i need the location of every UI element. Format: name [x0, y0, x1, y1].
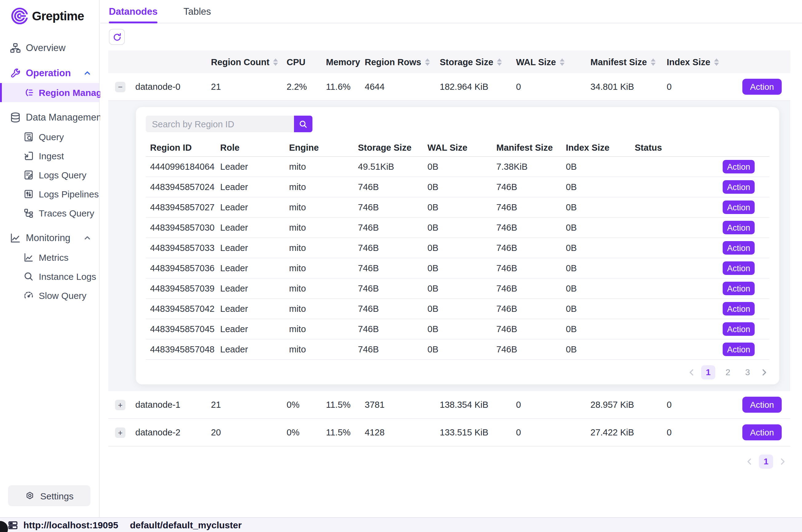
- sidebar-item-logs-query[interactable]: Logs Query: [0, 166, 99, 185]
- next-page-icon[interactable]: [779, 457, 787, 465]
- sort-icon[interactable]: [651, 58, 656, 65]
- expand-row-button[interactable]: +: [115, 399, 126, 410]
- cell-role: Leader: [220, 243, 289, 253]
- column-header: Memory: [326, 57, 360, 67]
- app: Greptime Overview: [0, 0, 802, 532]
- cell-storage-size: 746B: [358, 284, 427, 293]
- prev-page-icon[interactable]: [745, 457, 753, 465]
- sidebar-item-query[interactable]: Query: [0, 127, 99, 146]
- brand-logo[interactable]: Greptime: [0, 0, 99, 30]
- sidebar-item-monitoring[interactable]: Monitoring: [0, 228, 99, 248]
- action-button[interactable]: Action: [723, 343, 755, 356]
- cell-engine: mito: [289, 162, 358, 172]
- settings-button[interactable]: Settings: [8, 485, 90, 506]
- cell-manifest-size: 746B: [496, 324, 566, 334]
- sidebar-item-label: Overview: [26, 42, 65, 53]
- cell-engine: mito: [289, 284, 358, 293]
- region-search: [146, 116, 769, 132]
- cell-wal-size: 0B: [427, 284, 496, 293]
- cell-manifest-size: 28.957 KiB: [590, 400, 667, 410]
- collapse-row-button[interactable]: −: [115, 81, 126, 92]
- sort-icon[interactable]: [497, 58, 502, 65]
- cell-index-size: 0: [667, 400, 742, 410]
- cell-index-size: 0B: [566, 223, 635, 232]
- datanode-name: datanode-0: [135, 82, 211, 92]
- ingest-arrow-icon: [23, 151, 34, 161]
- action-button[interactable]: Action: [723, 180, 755, 194]
- region-pagination: 123: [146, 360, 769, 384]
- sidebar-item-region-management[interactable]: Region Management: [0, 83, 99, 102]
- cell-region-id: 4483945857042: [146, 304, 220, 314]
- page-number[interactable]: 2: [721, 365, 735, 379]
- sort-icon[interactable]: [714, 58, 719, 65]
- cell-region-count: 21: [211, 400, 287, 410]
- sidebar-item-label: Monitoring: [26, 232, 71, 243]
- column-header: Status: [635, 142, 704, 152]
- action-button[interactable]: Action: [723, 282, 755, 295]
- tab-tables[interactable]: Tables: [184, 0, 211, 23]
- cell-index-size: 0B: [566, 243, 635, 253]
- refresh-button[interactable]: [109, 29, 125, 45]
- search-icon: [299, 120, 307, 128]
- speedometer-icon: [23, 290, 34, 301]
- sidebar-item-slow-query[interactable]: Slow Query: [0, 286, 99, 305]
- page-number[interactable]: 1: [701, 365, 715, 379]
- sidebar-item-instance-logs[interactable]: Instance Logs: [0, 267, 99, 286]
- cell-cpu: 2.2%: [287, 82, 326, 92]
- cell-memory: 11.5%: [326, 400, 365, 410]
- cell-engine: mito: [289, 324, 358, 334]
- sidebar-item-traces-query[interactable]: Traces Query: [0, 204, 99, 223]
- region-row: 4483945857039 Leader mito 746B 0B 746B 0…: [146, 279, 769, 299]
- sort-icon[interactable]: [425, 58, 430, 65]
- region-search-input[interactable]: [146, 116, 294, 132]
- main-content: Datanodes Tables Region Count CPU: [100, 0, 802, 517]
- page-number[interactable]: 3: [741, 365, 755, 379]
- prev-page-icon[interactable]: [688, 368, 695, 376]
- cell-index-size: 0B: [566, 202, 635, 212]
- action-button[interactable]: Action: [742, 424, 782, 440]
- page-number[interactable]: 1: [759, 454, 773, 468]
- cell-index-size: 0B: [566, 162, 635, 172]
- cell-storage-size: 49.51KiB: [358, 162, 427, 172]
- sidebar-item-data-management[interactable]: Data Management: [0, 107, 99, 127]
- action-button[interactable]: Action: [742, 79, 782, 95]
- sort-icon[interactable]: [273, 58, 278, 65]
- datanodes-pagination: 1: [108, 446, 790, 476]
- datanodes-table-header: Region Count CPU Memory Region Rows Stor…: [108, 51, 790, 73]
- next-page-icon[interactable]: [760, 368, 768, 376]
- corner-widget[interactable]: [0, 521, 8, 532]
- sort-icon[interactable]: [560, 58, 565, 65]
- expand-row-button[interactable]: +: [115, 427, 126, 438]
- column-header: Role: [220, 142, 289, 152]
- cell-index-size: 0B: [566, 344, 635, 354]
- cell-engine: mito: [289, 263, 358, 273]
- action-button[interactable]: Action: [723, 322, 755, 336]
- cell-index-size: 0B: [566, 182, 635, 192]
- action-button[interactable]: Action: [742, 397, 782, 413]
- sidebar-item-overview[interactable]: Overview: [0, 38, 99, 58]
- sidebar-item-operation[interactable]: Operation: [0, 63, 99, 83]
- cell-storage-size: 746B: [358, 263, 427, 273]
- action-button[interactable]: Action: [723, 160, 755, 173]
- sidebar-item-ingest[interactable]: Ingest: [0, 146, 99, 166]
- cell-wal-size: 0B: [427, 344, 496, 354]
- tab-datanodes[interactable]: Datanodes: [109, 0, 158, 23]
- action-button[interactable]: Action: [723, 302, 755, 316]
- region-card: Region ID Role Engine Storage Size WAL S…: [136, 107, 779, 384]
- cell-region-id: 4483945857045: [146, 324, 220, 334]
- action-button[interactable]: Action: [723, 201, 755, 214]
- cell-region-rows: 3781: [365, 400, 440, 410]
- sidebar-item-metrics[interactable]: Metrics: [0, 248, 99, 267]
- cell-index-size: 0: [667, 82, 742, 92]
- cell-role: Leader: [220, 223, 289, 232]
- sidebar-item-logs-pipelines[interactable]: Logs Pipelines: [0, 185, 99, 204]
- action-button[interactable]: Action: [723, 261, 755, 275]
- cell-wal-size: 0B: [427, 223, 496, 232]
- action-button[interactable]: Action: [723, 241, 755, 254]
- column-header: Storage Size: [358, 142, 427, 152]
- cell-memory: 11.6%: [326, 82, 365, 92]
- action-button[interactable]: Action: [723, 221, 755, 234]
- region-row: 4483945857042 Leader mito 746B 0B 746B 0…: [146, 299, 769, 319]
- settings-label: Settings: [40, 491, 74, 501]
- search-button[interactable]: [294, 116, 312, 132]
